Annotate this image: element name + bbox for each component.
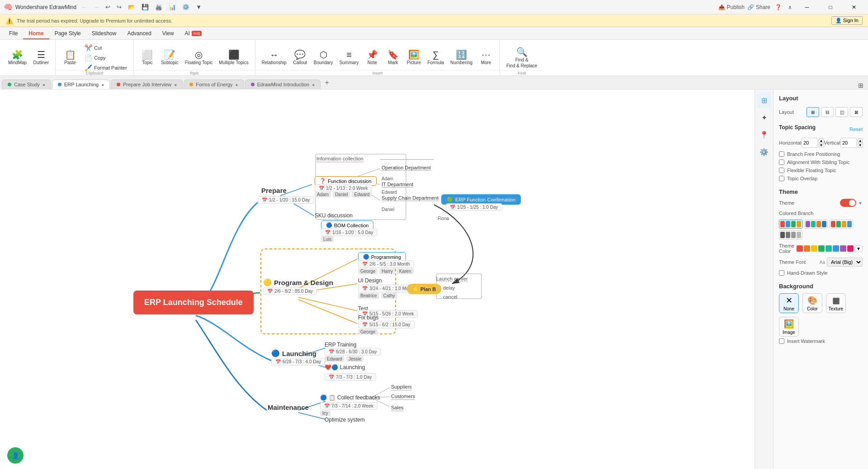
floating-topic-btn[interactable]: ◎ Floating Topic [182,42,216,74]
maximize-canvas-btn[interactable]: ⊞ [855,82,866,89]
tab-forms-energy[interactable]: Forms of Energy ● [184,80,244,89]
layout-icon-3[interactable]: ◫ [835,107,848,117]
erp-training-node[interactable]: ERP Training [325,342,356,348]
signin-btn[interactable]: 👤 Sign In [831,16,863,25]
folder-btn[interactable]: 📂 [126,3,137,11]
picture-btn[interactable]: 🖼️ Picture [404,42,424,74]
maximize-btn[interactable]: □ [820,0,841,14]
close-case-tab[interactable]: ● [42,82,45,87]
close-intro-tab[interactable]: ● [312,82,315,87]
theme-color-3[interactable] [811,245,817,252]
mind-map-canvas[interactable]: ERP Launching Schedule Prepare 📅 1/2 - 1… [0,89,755,469]
formula-btn[interactable]: ∑ Formula [425,42,447,74]
tab-erp-launching[interactable]: ERP Launching ● [52,80,110,89]
tab-file[interactable]: File [4,28,23,39]
cancel-node[interactable]: cancel [443,294,458,300]
vertical-value[interactable] [840,138,857,148]
flexible-checkbox[interactable] [779,168,784,173]
save2-btn[interactable]: 💾 [140,3,151,11]
watermark-checkbox[interactable] [779,338,784,344]
theme-color-1[interactable] [797,245,803,252]
subtopic-btn[interactable]: 📝 Subtopic [158,42,181,74]
mark-btn[interactable]: 🔖 Mark [383,42,403,74]
collapse-btn[interactable]: ∧ [786,3,794,11]
bg-color-btn[interactable]: 🎨 Color [802,293,822,313]
redo-btn[interactable]: → [91,3,101,11]
bg-none-btn[interactable]: ✕ None [779,293,799,313]
paste-btn[interactable]: 📋 Paste [59,42,81,74]
tab-case-study[interactable]: Case Study ● [2,80,51,89]
overlap-checkbox[interactable] [779,176,784,181]
bg-image-btn[interactable]: 🖼️ Image [779,317,799,337]
minimize-btn[interactable]: ─ [797,0,817,14]
multiple-topics-btn[interactable]: ⬛ Multiple Topics [216,42,251,74]
tab-slideshow[interactable]: Slideshow [86,28,122,39]
gear-btn[interactable]: ⚙️ [180,3,191,11]
theme-color-dropdown[interactable]: ▼ [854,245,863,252]
theme-font-select[interactable]: Arial (Big) [827,258,863,267]
hand-drawn-checkbox[interactable] [779,270,784,276]
horizontal-value[interactable] [802,138,818,148]
swatch-group-3[interactable] [830,220,853,229]
close-forms-tab[interactable]: ● [236,82,238,87]
copy-btn[interactable]: 📄 Copy [82,53,130,62]
tab-prepare-job[interactable]: Prepare Job Interview ● [111,80,183,89]
vertical-down[interactable]: ▼ [858,143,863,147]
publish-button[interactable]: 📤 Publish [718,4,745,10]
find-replace-btn[interactable]: 🔍 Find & Find & Replace [504,42,540,74]
layout-icon-2[interactable]: ⊟ [821,107,834,117]
horizontal-down[interactable]: ▼ [819,143,824,147]
numbering-btn[interactable]: 🔢 Numbering [448,42,475,74]
theme-color-4[interactable] [818,245,825,252]
callout-btn[interactable]: 💬 Callout [290,42,310,74]
horizontal-up[interactable]: ▲ [819,138,824,143]
help-btn[interactable]: ❓ [773,3,783,11]
theme-color-2[interactable] [804,245,810,252]
theme-color-6[interactable] [833,245,839,252]
optimize-system-node[interactable]: Optimize system [325,417,365,423]
boundary-btn[interactable]: ⬡ Boundary [311,42,336,74]
swatch-group-4[interactable] [779,230,802,239]
more-btn[interactable]: ⋯ More [476,42,496,74]
fix-bugs-node[interactable]: Fix bugs [358,314,378,321]
collect-feedbacks-node[interactable]: 🔵 📋 Collect feedbacks [320,394,380,401]
save-btn[interactable]: ↪ [115,3,123,11]
close-btn[interactable]: ✕ [844,0,864,14]
swatch-group-2[interactable] [804,220,828,229]
theme-toggle[interactable]: ▼ [840,199,863,207]
open-btn[interactable]: ↩ [104,3,112,11]
add-tab-button[interactable]: + [321,77,332,88]
close-prepare-tab[interactable]: ● [174,82,177,87]
tab-advanced[interactable]: Advanced [122,28,156,39]
outliner-btn[interactable]: ☰ Outliner [30,48,52,67]
panel-tab-layout-icon[interactable]: ⊞ [757,93,771,108]
tab-edrawmind-intro[interactable]: EdrawMind Introduction ● [245,80,321,89]
prepare-branch[interactable]: Prepare [261,187,287,194]
note-btn[interactable]: 📌 Note [362,42,382,74]
theme-color-7[interactable] [840,245,846,252]
vertical-up[interactable]: ▲ [858,138,863,143]
central-node[interactable]: ERP Launching Schedule [133,291,254,314]
alignment-checkbox[interactable] [779,159,784,165]
mindmap-btn[interactable]: 🧩 MindMap [5,48,29,67]
branch-free-checkbox[interactable] [779,151,784,157]
cut-btn[interactable]: ✂️ Cut [82,43,130,52]
share-button[interactable]: 🔗 Share [747,4,770,10]
theme-color-8[interactable] [847,245,854,252]
panel-tab-style-icon[interactable]: ✦ [757,110,771,125]
panel-tab-settings-icon[interactable]: ⚙️ [757,145,771,159]
launching-sub-node[interactable]: ❤️🔵 Launching [325,364,365,371]
tab-pagestyle[interactable]: Page Style [49,28,86,39]
print-btn[interactable]: 🖨️ [153,3,164,11]
delay-node[interactable]: delay [443,285,455,291]
layout-icon-4[interactable]: ⊠ [850,107,863,117]
close-erp-tab[interactable]: ● [101,82,104,87]
topic-btn[interactable]: ⬜ Topic [137,42,157,74]
maintenance-branch[interactable]: Maintenance [268,403,309,411]
summary-btn[interactable]: ≡ Summary [337,42,362,74]
layout-icon-1[interactable]: ⊞ [807,107,819,117]
expand-btn[interactable]: ▼ [194,3,203,11]
program-design-branch[interactable]: 🟡 Program & Design [263,278,333,286]
launching-branch[interactable]: 🔵 Launching [271,349,316,357]
sku-discussion-node[interactable]: SKU discussion [315,212,353,219]
